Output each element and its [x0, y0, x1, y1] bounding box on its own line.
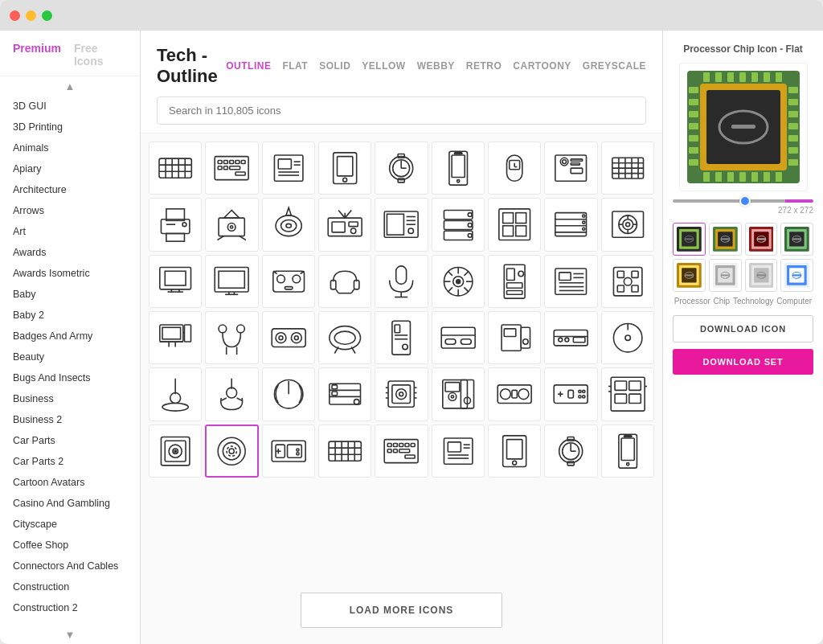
- icon-cell[interactable]: [318, 255, 371, 308]
- sidebar-scroll-down[interactable]: ▼: [0, 625, 140, 644]
- icon-cell[interactable]: [375, 255, 428, 308]
- icon-cell[interactable]: [149, 142, 202, 195]
- sidebar-item[interactable]: 3D GUI: [0, 96, 140, 117]
- icon-cell[interactable]: [149, 425, 202, 478]
- sidebar-item[interactable]: Baby: [0, 284, 140, 305]
- sidebar-item[interactable]: Car Parts: [0, 430, 140, 451]
- icon-cell[interactable]: [544, 367, 597, 420]
- icon-cell[interactable]: [488, 367, 541, 420]
- icon-cell[interactable]: [149, 367, 202, 420]
- sidebar-item[interactable]: Business: [0, 388, 140, 409]
- icon-cell[interactable]: [318, 311, 371, 364]
- icon-cell[interactable]: [205, 198, 258, 251]
- download-set-button[interactable]: DOWNLOAD SET: [673, 349, 813, 375]
- sidebar-item[interactable]: Arrows: [0, 200, 140, 221]
- variant-green[interactable]: [709, 223, 742, 256]
- icon-cell[interactable]: [544, 255, 597, 308]
- icon-cell[interactable]: [488, 255, 541, 308]
- sidebar-item[interactable]: Awards: [0, 242, 140, 263]
- sidebar-item[interactable]: Cityscape: [0, 514, 140, 535]
- sidebar-item[interactable]: Art: [0, 221, 140, 242]
- style-tab-solid[interactable]: SOLID: [319, 60, 350, 72]
- icon-cell[interactable]: [375, 367, 428, 420]
- icon-cell[interactable]: [262, 255, 315, 308]
- icon-cell[interactable]: [601, 255, 654, 308]
- style-tab-webby[interactable]: WEBBY: [417, 60, 455, 72]
- icon-cell[interactable]: [205, 255, 258, 308]
- icon-cell[interactable]: [205, 311, 258, 364]
- tab-free[interactable]: Free Icons: [74, 42, 127, 68]
- icon-cell[interactable]: [149, 311, 202, 364]
- icon-cell[interactable]: [544, 198, 597, 251]
- icon-cell[interactable]: [601, 142, 654, 195]
- icon-cell[interactable]: [262, 311, 315, 364]
- sidebar-item[interactable]: Bugs And Insects: [0, 367, 140, 388]
- sidebar-item[interactable]: Beauty: [0, 347, 140, 367]
- icon-cell[interactable]: [432, 142, 485, 195]
- sidebar-item[interactable]: Car Parts 2: [0, 451, 140, 472]
- icon-cell[interactable]: [205, 142, 258, 195]
- icon-cell[interactable]: [318, 142, 371, 195]
- icon-cell[interactable]: [205, 367, 258, 420]
- sidebar-item[interactable]: Architecture: [0, 179, 140, 200]
- icon-cell[interactable]: [262, 198, 315, 251]
- variant-light-grey[interactable]: [745, 259, 778, 292]
- sidebar-item[interactable]: Baby 2: [0, 305, 140, 326]
- icon-cell[interactable]: [375, 311, 428, 364]
- variant-outline[interactable]: [709, 259, 742, 292]
- icon-cell[interactable]: [488, 198, 541, 251]
- icon-cell[interactable]: [432, 425, 485, 478]
- icon-cell[interactable]: [375, 425, 428, 478]
- icon-cell[interactable]: [601, 367, 654, 420]
- sidebar-item[interactable]: Awards Isometric: [0, 263, 140, 284]
- sidebar-item[interactable]: Connectors And Cables: [0, 556, 140, 576]
- icon-cell[interactable]: [432, 198, 485, 251]
- variant-bright-green[interactable]: [780, 223, 813, 256]
- tab-premium[interactable]: Premium: [13, 42, 61, 68]
- sidebar-item[interactable]: Construction 2: [0, 597, 140, 618]
- minimize-button[interactable]: [26, 10, 36, 21]
- icon-cell[interactable]: [318, 425, 371, 478]
- icon-cell[interactable]: [375, 142, 428, 195]
- icon-cell[interactable]: [149, 198, 202, 251]
- icon-cell[interactable]: [432, 367, 485, 420]
- sidebar-item[interactable]: 3D Printing: [0, 117, 140, 137]
- icon-cell[interactable]: [375, 198, 428, 251]
- icon-cell[interactable]: [432, 255, 485, 308]
- sidebar-item[interactable]: Construction: [0, 576, 140, 597]
- icon-cell[interactable]: [318, 198, 371, 251]
- variant-red[interactable]: [745, 223, 778, 256]
- icons-area[interactable]: [141, 133, 662, 576]
- icon-cell[interactable]: [432, 311, 485, 364]
- icon-cell[interactable]: [544, 425, 597, 478]
- icon-cell[interactable]: [262, 367, 315, 420]
- sidebar-item[interactable]: Casino And Gambling: [0, 493, 140, 514]
- load-more-button[interactable]: LOAD MORE ICONS: [301, 593, 503, 628]
- icon-cell[interactable]: [149, 255, 202, 308]
- icon-cell[interactable]: [318, 367, 371, 420]
- style-tab-cartoony[interactable]: CARTOONY: [513, 60, 571, 72]
- close-button[interactable]: [10, 10, 20, 21]
- sidebar-item[interactable]: Cartoon Avatars: [0, 472, 140, 493]
- icon-cell[interactable]: [488, 142, 541, 195]
- sidebar-item[interactable]: Badges And Army: [0, 326, 140, 347]
- variant-blue[interactable]: [780, 259, 813, 292]
- icon-cell[interactable]: [601, 198, 654, 251]
- size-slider[interactable]: [673, 199, 813, 203]
- sidebar-item[interactable]: Coffee Shop: [0, 535, 140, 556]
- icon-cell[interactable]: [488, 311, 541, 364]
- download-icon-button[interactable]: DOWNLOAD ICON: [673, 315, 813, 343]
- sidebar-scroll-up[interactable]: ▲: [0, 76, 140, 96]
- style-tab-retro[interactable]: RETRO: [466, 60, 502, 72]
- style-tab-flat[interactable]: FLAT: [282, 60, 308, 72]
- sidebar-item[interactable]: Crypto Currency: [0, 618, 140, 625]
- sidebar-item[interactable]: Animals: [0, 137, 140, 158]
- variant-dark[interactable]: [673, 223, 706, 256]
- icon-cell[interactable]: [544, 311, 597, 364]
- icon-cell[interactable]: [488, 425, 541, 478]
- icon-cell[interactable]: [262, 425, 315, 478]
- sidebar-item[interactable]: Apiary: [0, 158, 140, 179]
- style-tab-outline[interactable]: OUTLINE: [226, 60, 271, 72]
- icon-cell[interactable]: [205, 425, 258, 478]
- icon-cell[interactable]: [262, 142, 315, 195]
